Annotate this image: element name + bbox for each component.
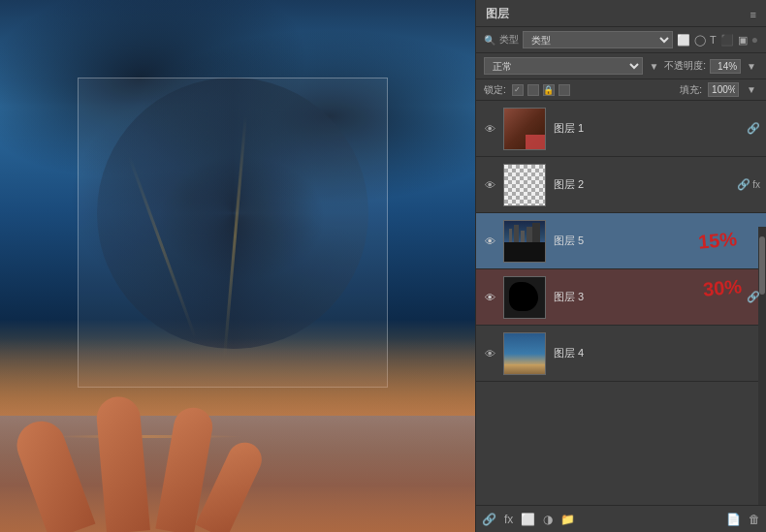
fill-label: 填充: <box>680 83 702 97</box>
fill-arrow[interactable]: ▼ <box>745 83 758 96</box>
layer5-visibility-icon[interactable]: 👁 <box>482 234 497 249</box>
filter-icon-5[interactable]: ▣ <box>738 34 748 47</box>
filter-toggle[interactable]: ● <box>751 33 758 47</box>
finger-1 <box>10 415 95 532</box>
layer1-visibility-icon[interactable]: 👁 <box>482 121 497 137</box>
lock-position-checkbox[interactable] <box>527 84 539 96</box>
lock-pixels-checkbox[interactable]: ✓ <box>512 84 524 96</box>
panel-header: 图层 ≡ <box>476 0 766 27</box>
search-type-select[interactable]: 类型 名称 <box>523 31 673 48</box>
lock-extra-checkbox[interactable] <box>559 84 570 96</box>
lock-row: 锁定: ✓ 🔒 填充: 100% ▼ <box>476 79 766 101</box>
add-adjustment-button[interactable]: ◑ <box>543 513 553 526</box>
lock-checkboxes: ✓ 🔒 <box>512 84 570 96</box>
layer-item-layer1[interactable]: 👁 图层 1 🔗 <box>476 101 766 157</box>
blend-mode-select[interactable]: 正常 溶解 <box>484 57 643 75</box>
layer4-thumbnail <box>503 332 546 375</box>
canvas-area <box>0 0 475 532</box>
panel-title: 图层 <box>486 6 509 22</box>
layer-item-layer2[interactable]: 👁 图层 2 🔗 fx <box>476 157 766 213</box>
layer5-thumbnail <box>503 220 546 263</box>
layer-item-layer4[interactable]: 👁 图层 4 <box>476 326 766 382</box>
opacity-dropdown-icon: ▼ <box>647 60 660 73</box>
add-fx-button[interactable]: fx <box>504 513 513 526</box>
layer3-shape <box>509 282 538 311</box>
layers-scrollbar[interactable] <box>758 227 766 505</box>
finger-2 <box>95 395 150 532</box>
new-group-button[interactable]: 📁 <box>560 513 575 526</box>
layer2-thumbnail <box>503 164 546 206</box>
layer4-visibility-icon[interactable]: 👁 <box>482 346 497 361</box>
layer-item-layer5[interactable]: 👁 图层 5 15% <box>476 213 766 269</box>
filter-icon-3[interactable]: T <box>710 34 717 46</box>
hand-overlay <box>0 338 475 532</box>
layer1-thumbnail <box>503 108 546 150</box>
opacity-arrow[interactable]: ▼ <box>745 60 758 73</box>
canvas-background <box>0 0 475 532</box>
add-mask-button[interactable]: ⬜ <box>521 513 535 526</box>
layer3-name: 图层 3 <box>554 290 747 304</box>
layers-panel-inner: 👁 图层 1 🔗 👁 图层 2 🔗 fx 👁 <box>476 101 766 505</box>
filter-icon-1[interactable]: ⬜ <box>677 34 690 47</box>
layer1-name: 图层 1 <box>554 121 743 136</box>
layer2-link-icon[interactable]: 🔗 <box>737 178 750 191</box>
filter-icon-2[interactable]: ◯ <box>694 34 706 47</box>
layer3-link-icon[interactable]: 🔗 <box>747 291 760 303</box>
layer2-visibility-icon[interactable]: 👁 <box>482 177 497 193</box>
new-layer-button[interactable]: 📄 <box>726 513 741 526</box>
lock-label: 锁定: <box>484 83 506 97</box>
header-icons: ≡ <box>750 9 756 20</box>
filter-icon-4[interactable]: ⬛ <box>720 34 734 47</box>
blend-opacity-row: 正常 溶解 ▼ 不透明度: 14% ▼ <box>476 53 766 79</box>
layer5-name: 图层 5 <box>554 234 760 248</box>
link-layers-button[interactable]: 🔗 <box>482 513 496 526</box>
opacity-value[interactable]: 14% <box>710 59 741 74</box>
fill-value[interactable]: 100% <box>708 82 739 97</box>
layer2-fx-icon: fx <box>752 179 760 190</box>
layers-panel: 图层 ≡ 🔍 类型 类型 名称 ⬜ ◯ T ⬛ ▣ ● 正常 溶解 ▼ 不透明度… <box>475 0 766 532</box>
layer-item-layer3[interactable]: 👁 图层 3 30% 🔗 <box>476 269 766 326</box>
scrollbar-thumb[interactable] <box>759 236 765 295</box>
search-type-label: 🔍 <box>484 35 495 46</box>
layer2-name: 图层 2 <box>554 177 733 192</box>
layer4-name: 图层 4 <box>554 346 760 360</box>
layer1-link-icon[interactable]: 🔗 <box>747 122 760 135</box>
layer3-visibility-icon[interactable]: 👁 <box>482 290 497 305</box>
panel-menu-icon[interactable]: ≡ <box>750 9 756 20</box>
bottom-toolbar: 🔗 fx ⬜ ◑ 📁 📄 🗑 <box>476 505 766 532</box>
lock-all-checkbox[interactable]: 🔒 <box>543 84 555 96</box>
layers-list: 👁 图层 1 🔗 👁 图层 2 🔗 fx 👁 <box>476 101 766 505</box>
delete-layer-button[interactable]: 🗑 <box>749 513 760 526</box>
search-row: 🔍 类型 类型 名称 ⬜ ◯ T ⬛ ▣ ● <box>476 27 766 53</box>
layer3-thumbnail <box>503 276 546 319</box>
opacity-label: 不透明度: <box>664 59 706 73</box>
type-label: 类型 <box>499 33 519 47</box>
